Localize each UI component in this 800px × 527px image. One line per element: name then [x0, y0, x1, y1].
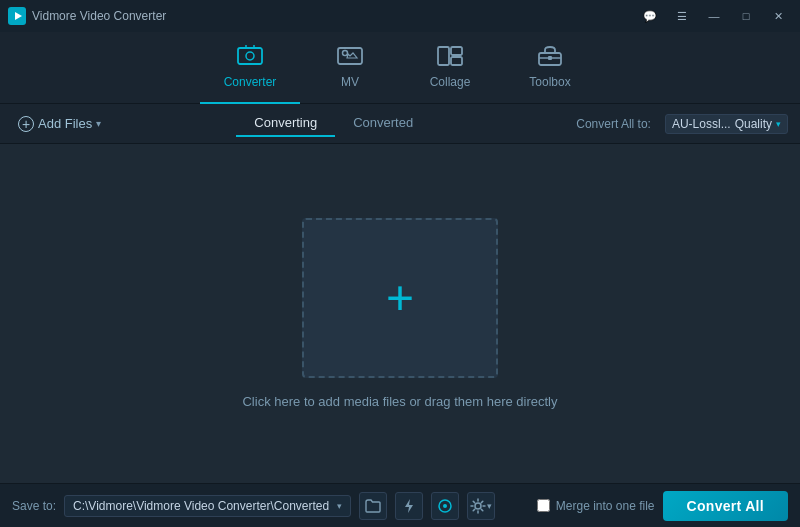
converter-icon	[237, 45, 263, 71]
save-path-dropdown-icon: ▾	[337, 501, 342, 511]
add-files-dropdown-icon: ▾	[96, 118, 101, 129]
convert-all-button[interactable]: Convert All	[663, 491, 788, 521]
app-title: Vidmore Video Converter	[32, 9, 636, 23]
svg-rect-10	[451, 47, 462, 55]
main-content: + Click here to add media files or drag …	[0, 144, 800, 483]
svg-rect-11	[451, 57, 462, 65]
merge-checkbox-container[interactable]: Merge into one file	[537, 499, 655, 513]
drop-hint-text: Click here to add media files or drag th…	[242, 394, 557, 409]
svg-rect-14	[548, 56, 552, 60]
close-button[interactable]: ✕	[764, 5, 792, 27]
merge-label[interactable]: Merge into one file	[556, 499, 655, 513]
media-icon	[437, 498, 453, 514]
save-path-selector[interactable]: C:\Vidmore\Vidmore Video Converter\Conve…	[64, 495, 351, 517]
collage-icon	[437, 45, 463, 71]
folder-browse-button[interactable]	[359, 492, 387, 520]
tab-converter-label: Converter	[224, 75, 277, 89]
window-controls: 💬 ☰ — □ ✕	[636, 5, 792, 27]
svg-rect-9	[438, 47, 449, 65]
maximize-button[interactable]: □	[732, 5, 760, 27]
svg-marker-15	[405, 499, 413, 513]
tab-converted[interactable]: Converted	[335, 110, 431, 137]
svg-marker-8	[347, 53, 357, 58]
titlebar: Vidmore Video Converter 💬 ☰ — □ ✕	[0, 0, 800, 32]
svg-rect-2	[238, 48, 262, 64]
minimize-button[interactable]: —	[700, 5, 728, 27]
format-value: AU-Lossl...	[672, 117, 731, 131]
settings-dropdown-arrow: ▾	[487, 501, 492, 511]
drop-zone[interactable]: +	[302, 218, 498, 378]
svg-point-3	[246, 52, 254, 60]
mv-icon	[337, 45, 363, 71]
media-button[interactable]	[431, 492, 459, 520]
chat-button[interactable]: 💬	[636, 5, 664, 27]
app-icon	[8, 7, 26, 25]
svg-point-18	[475, 503, 481, 509]
convert-tabs: Converting Converted	[236, 110, 431, 137]
quality-value: Quality	[735, 117, 772, 131]
tab-converting[interactable]: Converting	[236, 110, 335, 137]
tab-converter[interactable]: Converter	[200, 32, 300, 104]
menu-button[interactable]: ☰	[668, 5, 696, 27]
toolbar: + Add Files ▾ Converting Converted Conve…	[0, 104, 800, 144]
add-files-plus-icon: +	[18, 116, 34, 132]
folder-icon	[365, 499, 381, 513]
tab-toolbox-label: Toolbox	[529, 75, 570, 89]
merge-checkbox[interactable]	[537, 499, 550, 512]
save-path-value: C:\Vidmore\Vidmore Video Converter\Conve…	[73, 499, 329, 513]
svg-point-7	[343, 50, 348, 55]
tab-collage[interactable]: Collage	[400, 32, 500, 104]
gear-icon	[470, 498, 486, 514]
footer: Save to: C:\Vidmore\Vidmore Video Conver…	[0, 483, 800, 527]
toolbox-icon	[537, 45, 563, 71]
tab-collage-label: Collage	[430, 75, 471, 89]
settings-button[interactable]: ▾	[467, 492, 495, 520]
lightning-button[interactable]	[395, 492, 423, 520]
format-dropdown-icon: ▾	[776, 119, 781, 129]
drop-zone-plus-icon: +	[386, 274, 414, 322]
nav-tabs: Converter MV Collage	[0, 32, 800, 104]
lightning-icon	[403, 498, 415, 514]
tab-mv[interactable]: MV	[300, 32, 400, 104]
svg-point-17	[443, 504, 447, 508]
add-files-button[interactable]: + Add Files ▾	[12, 112, 107, 136]
tab-toolbox[interactable]: Toolbox	[500, 32, 600, 104]
tab-mv-label: MV	[341, 75, 359, 89]
convert-all-to-label: Convert All to:	[576, 117, 651, 131]
save-to-label: Save to:	[12, 499, 56, 513]
add-files-label: Add Files	[38, 116, 92, 131]
convert-all-format-select[interactable]: AU-Lossl... Quality ▾	[665, 114, 788, 134]
